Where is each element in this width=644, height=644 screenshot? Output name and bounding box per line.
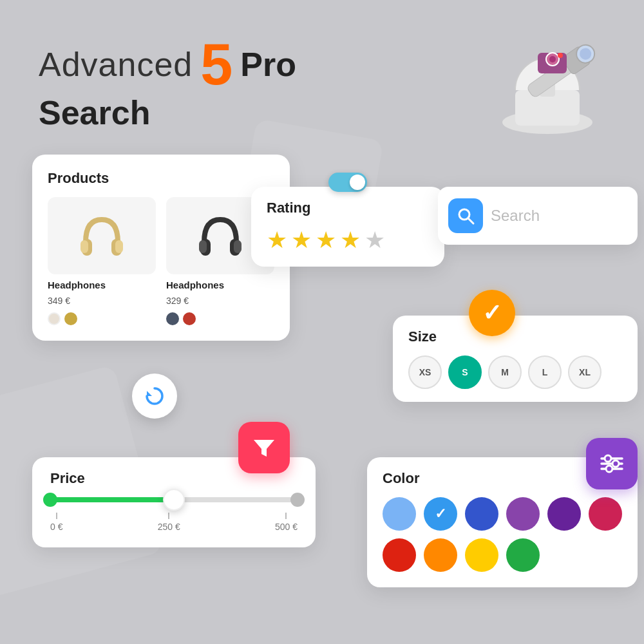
- color-circle-5[interactable]: [589, 497, 622, 531]
- size-s[interactable]: S: [448, 355, 482, 389]
- title-search: Search: [39, 94, 150, 131]
- svg-rect-14: [115, 240, 123, 253]
- product-name-1: Headphones: [48, 279, 156, 290]
- price-mid-label: 250 €: [158, 522, 180, 532]
- color-dot[interactable]: [166, 312, 179, 325]
- svg-rect-18: [234, 240, 242, 253]
- title-number: 5: [200, 35, 232, 93]
- star-4[interactable]: ★: [340, 227, 361, 254]
- size-xs[interactable]: XS: [408, 355, 442, 389]
- size-options: XS S M L XL: [408, 355, 622, 389]
- color-dot[interactable]: [48, 312, 61, 325]
- products-title: Products: [48, 170, 274, 187]
- filter-button[interactable]: [238, 422, 290, 473]
- size-card: Size XS S M L XL: [393, 316, 638, 402]
- color-circle-0[interactable]: [383, 497, 416, 531]
- tick-line: [285, 513, 287, 519]
- color-circle-6[interactable]: [383, 538, 416, 572]
- color-circle-4[interactable]: [547, 497, 581, 531]
- toggle-switch[interactable]: [328, 173, 367, 192]
- size-m[interactable]: M: [488, 355, 522, 389]
- product-colors-2: [166, 312, 274, 325]
- svg-point-26: [605, 455, 611, 462]
- svg-rect-13: [80, 240, 88, 253]
- rating-card: Rating ★ ★ ★ ★ ★: [251, 187, 444, 267]
- checkmark-icon: ✓: [482, 299, 502, 327]
- product-colors-1: [48, 312, 156, 325]
- product-image-1: [48, 197, 156, 274]
- filter-icon: [250, 433, 278, 462]
- products-grid: Headphones 349 € Headphones 329 €: [48, 197, 274, 325]
- price-max-label: 500 €: [275, 522, 298, 532]
- price-mid: 250 €: [158, 513, 180, 532]
- svg-line-20: [468, 218, 473, 223]
- svg-point-9: [549, 56, 556, 62]
- rating-title: Rating: [267, 200, 429, 216]
- refresh-button[interactable]: [132, 374, 177, 419]
- color-dot[interactable]: [64, 312, 77, 325]
- star-3[interactable]: ★: [316, 227, 336, 254]
- product-item-1: Headphones 349 €: [48, 197, 156, 325]
- slider-thumb-mid[interactable]: [163, 489, 185, 511]
- size-l[interactable]: L: [528, 355, 562, 389]
- color-circle-9[interactable]: [506, 538, 540, 572]
- color-grid: [383, 497, 622, 572]
- title-area: Advanced 5 Pro Search: [39, 35, 296, 132]
- settings-icon: [598, 450, 626, 478]
- svg-point-10: [558, 53, 563, 58]
- svg-point-27: [612, 460, 619, 467]
- slider-fill: [50, 497, 174, 502]
- telescope-image: [483, 13, 612, 142]
- size-title: Size: [408, 328, 622, 345]
- search-card: Search: [438, 187, 638, 245]
- search-icon: [456, 206, 475, 225]
- slider-track: [50, 497, 298, 502]
- search-icon-box: [448, 198, 483, 233]
- color-circle-7[interactable]: [424, 538, 457, 572]
- checkmark-bubble[interactable]: ✓: [469, 290, 515, 336]
- size-xl[interactable]: XL: [568, 355, 601, 389]
- refresh-icon: [143, 384, 166, 408]
- color-circle-2[interactable]: [465, 497, 498, 531]
- color-dot[interactable]: [183, 312, 196, 325]
- price-min-label: 0 €: [50, 522, 62, 532]
- price-slider-area: 0 € 250 € 500 €: [50, 497, 298, 532]
- price-min: 0 €: [50, 513, 62, 532]
- tick-line: [168, 513, 169, 519]
- title-advanced: Advanced: [39, 45, 193, 84]
- slider-thumb-min[interactable]: [43, 493, 57, 507]
- stars-container: ★ ★ ★ ★ ★: [267, 227, 429, 254]
- product-price-1: 349 €: [48, 296, 156, 306]
- svg-point-28: [606, 466, 612, 472]
- color-circle-8[interactable]: [465, 538, 498, 572]
- star-5[interactable]: ★: [365, 227, 385, 254]
- svg-marker-22: [254, 440, 274, 457]
- color-circle-3[interactable]: [506, 497, 540, 531]
- toggle-circle: [350, 175, 365, 190]
- star-1[interactable]: ★: [267, 227, 287, 254]
- svg-rect-17: [199, 240, 207, 253]
- product-price-2: 329 €: [166, 296, 274, 306]
- title-pro: Pro: [240, 45, 296, 84]
- tick-line: [56, 513, 57, 519]
- slider-thumb-max: [290, 493, 305, 507]
- price-max: 500 €: [275, 513, 298, 532]
- star-2[interactable]: ★: [291, 227, 312, 254]
- settings-button[interactable]: [586, 438, 638, 489]
- svg-marker-21: [147, 391, 152, 396]
- product-name-2: Headphones: [166, 279, 274, 290]
- color-circle-1[interactable]: [424, 497, 457, 531]
- price-labels: 0 € 250 € 500 €: [50, 513, 298, 532]
- search-placeholder[interactable]: Search: [491, 207, 540, 225]
